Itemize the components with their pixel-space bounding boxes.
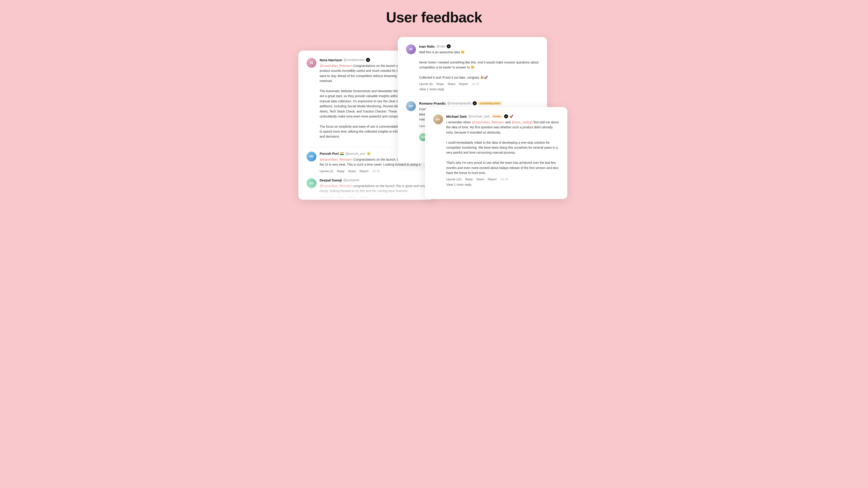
badge-x-romano: ✕ <box>473 101 477 105</box>
author-handle-porush: @porush_puri <box>345 152 365 156</box>
comment-text-michael: I remember when @maximilian_fleitmann an… <box>446 120 559 175</box>
mention-nora: @maximilian_fleitmann <box>320 64 352 68</box>
comment-actions-ivan: Upvote (6) Reply Share Report Jul 25 <box>419 82 539 86</box>
avatar-michael: MS <box>433 114 443 124</box>
upvote-button-deepal[interactable]: Upvote (1) <box>320 196 333 199</box>
mention-deepal: @maximilian_fleitmann <box>320 184 352 188</box>
divider-2 <box>406 96 539 97</box>
share-button-porush[interactable]: Share <box>348 169 356 173</box>
page-title: User feedback <box>386 9 482 26</box>
date-porush: Jul 25 <box>372 169 380 173</box>
reply-button-ivan[interactable]: Reply <box>436 82 444 86</box>
report-button-michael[interactable]: Report <box>488 177 497 181</box>
badge-x-michael: ✕ <box>504 114 508 119</box>
author-name-romano: Romano Pravdic <box>419 101 446 105</box>
author-handle-deepal: @purepixel <box>343 178 359 182</box>
report-button-porush[interactable]: Report <box>360 169 368 173</box>
comment-body-deepal: Deepal Soneji @purepixel @maximilian_fle… <box>320 178 426 199</box>
cards-container: N Nora Harrison @noraharrison ✕ @maximil… <box>298 37 569 195</box>
author-name-deepal: Deepal Soneji <box>320 178 342 182</box>
comment-header-michael: Michael Sieb @michael_sieb Hunter ✕ 🚀 <box>446 114 559 119</box>
badge-x-nora: ✕ <box>366 58 370 62</box>
comment-text-deepal: @maximilian_fleitmann congratulations on… <box>320 184 426 194</box>
upvote-button-porush[interactable]: Upvote (2) <box>320 169 333 173</box>
tag-launching-romano: Launching soon! <box>478 101 502 105</box>
badge-x-ivan: ✕ <box>447 44 451 48</box>
feedback-card-3: MS Michael Sieb @michael_sieb Hunter ✕ 🚀… <box>425 107 567 199</box>
reply-button-deepal[interactable]: Reply <box>337 196 344 199</box>
share-button-ivan[interactable]: Share <box>447 82 456 86</box>
author-handle-nora: @noraharrison <box>344 58 365 62</box>
avatar-romano: RP <box>406 101 416 111</box>
view-more-ivan[interactable]: View 1 more reply <box>419 88 539 91</box>
share-button-deepal[interactable]: Share <box>348 196 356 199</box>
tag-hunter-michael: Hunter <box>491 115 503 118</box>
comment-header-deepal: Deepal Soneji @purepixel <box>320 178 426 182</box>
date-deepal: Jul 25 <box>372 196 380 199</box>
avatar-deepal: DS <box>307 178 316 188</box>
upvote-button-ivan[interactable]: Upvote (6) <box>419 82 433 86</box>
avatar-porush: PP <box>307 152 316 162</box>
comment-body-ivan: Ivan Ralic @ralic ✕ Well this is an awes… <box>419 44 539 91</box>
upvote-button-michael[interactable]: Upvote (12) <box>446 177 462 181</box>
comment-actions-michael: Upvote (12) Reply Share Report Jul 25 <box>446 177 559 181</box>
date-ivan: Jul 25 <box>471 82 479 86</box>
comment-michael: MS Michael Sieb @michael_sieb Hunter ✕ 🚀… <box>433 114 559 186</box>
comment-body-michael: Michael Sieb @michael_sieb Hunter ✕ 🚀 I … <box>446 114 559 186</box>
avatar-ivan: IR <box>406 44 416 54</box>
author-name-michael: Michael Sieb <box>446 115 467 119</box>
comment-actions-deepal: Upvote (1) Reply Share Report Jul 25 <box>320 196 426 199</box>
comment-text-ivan: Well this is an awesome idea 😁 Never kne… <box>419 50 539 80</box>
author-name-nora: Nora Harrison <box>320 58 342 62</box>
reply-button-porush[interactable]: Reply <box>337 169 344 173</box>
date-michael: Jul 25 <box>500 177 508 181</box>
author-name-ivan: Ivan Ralic <box>419 44 435 48</box>
reply-button-michael[interactable]: Reply <box>465 177 473 181</box>
comment-header-romano: Romano Pravdic @romanopravdic ✕ Launchin… <box>419 101 539 105</box>
author-handle-michael: @michael_sieb <box>468 115 490 118</box>
badge-k-porush: K <box>367 152 371 156</box>
rocket-emoji-michael: 🚀 <box>509 115 513 118</box>
mention-porush: @maximilian_fleitmann <box>320 158 352 161</box>
comment-actions-porush: Upvote (2) Reply Share Report Jul 25 <box>320 169 426 173</box>
author-handle-romano: @romanopravdic <box>447 101 471 105</box>
report-button-deepal[interactable]: Report <box>360 196 368 199</box>
mention-sina: @sina_sadegh <box>512 121 533 124</box>
view-more-michael[interactable]: View 1 more reply <box>446 183 559 186</box>
report-button-ivan[interactable]: Report <box>459 82 468 86</box>
avatar-nora: N <box>307 58 316 68</box>
comment-header-ivan: Ivan Ralic @ralic ✕ <box>419 44 539 48</box>
comment-ivan: IR Ivan Ralic @ralic ✕ Well this is an a… <box>406 44 539 91</box>
author-name-porush: Porush Puri 🇮🇳 <box>320 152 344 156</box>
comment-deepal: DS Deepal Soneji @purepixel @maximilian_… <box>307 178 426 199</box>
share-button-michael[interactable]: Share <box>476 177 484 181</box>
mention-maximilian-2: @maximilian_fleitmann <box>472 121 504 124</box>
author-handle-ivan: @ralic <box>436 44 445 48</box>
